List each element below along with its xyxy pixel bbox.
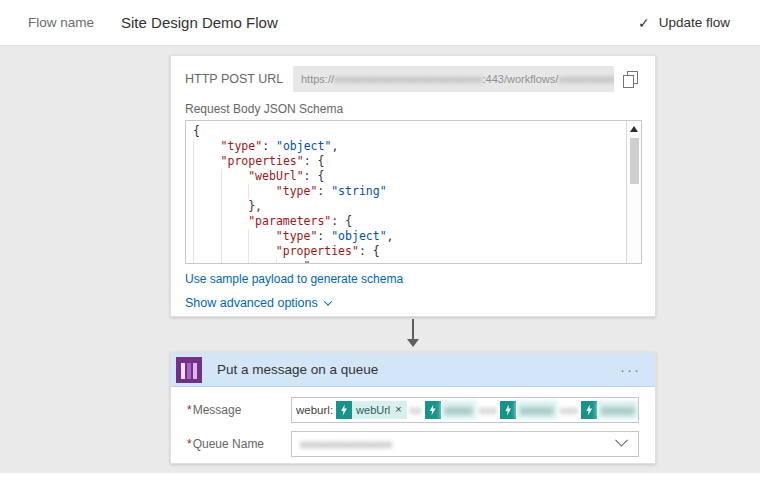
copy-url-button[interactable]	[618, 66, 642, 92]
scrollbar-thumb[interactable]	[630, 138, 639, 184]
dynamic-content-token[interactable]: webUrl×	[336, 401, 407, 419]
code-line: "type": "object",	[193, 229, 626, 244]
token-lightning-icon	[336, 401, 352, 419]
azure-queues-icon	[176, 357, 202, 383]
queue-name-value: xxxxxxxxxxxxxxxx	[300, 438, 392, 450]
code-line: "	[193, 259, 626, 263]
queue-card-header[interactable]: Put a message on a queue ···	[171, 353, 655, 387]
code-line: "parameters": {	[193, 214, 626, 229]
queue-name-label: *Queue Name	[187, 437, 291, 451]
code-line: "properties": {	[193, 154, 626, 169]
code-line: {	[193, 124, 626, 139]
url-text-segment: https://	[301, 73, 334, 85]
flow-name-label: Flow name	[28, 15, 94, 30]
editor-scrollbar[interactable]	[626, 121, 641, 263]
flow-title: Site Design Demo Flow	[121, 14, 278, 31]
redacted-text: xxx	[479, 404, 497, 416]
connector-arrow-line	[412, 319, 414, 339]
show-advanced-options-label: Show advanced options	[185, 296, 318, 310]
http-post-url-label: HTTP POST URL	[185, 72, 293, 86]
message-text: weburl:	[296, 404, 333, 416]
token-label: xxxxxx	[597, 401, 638, 419]
url-redacted-segment: xxxxxxxxxxxx	[558, 73, 614, 85]
connector-arrow-head-icon	[407, 339, 419, 347]
flow-designer: Flow name Site Design Demo Flow ✓ Update…	[0, 0, 760, 484]
update-flow-button[interactable]: ✓ Update flow	[638, 15, 730, 31]
copy-icon	[623, 71, 637, 87]
required-marker: *	[187, 437, 192, 451]
http-post-url-value[interactable]: https://xxxxxxxxxxxxxxxxxxxxxxxxxxx:443/…	[293, 66, 614, 92]
code-line: },	[193, 199, 626, 214]
token-close-icon[interactable]: ×	[394, 401, 406, 419]
token-label: webUrl	[352, 401, 394, 419]
message-row: *Message weburl:webUrl×xxxxxxxxxxxxxxxxx…	[187, 397, 639, 423]
url-text-segment: :443/workflows/	[483, 73, 559, 85]
top-bar: Flow name Site Design Demo Flow ✓ Update…	[0, 0, 760, 46]
redacted-text: xx	[410, 404, 422, 416]
message-input[interactable]: weburl:webUrl×xxxxxxxxxxxxxxxxxxxxxxxxx	[291, 397, 639, 423]
code-line: "webUrl": {	[193, 169, 626, 184]
token-lightning-icon	[581, 401, 597, 419]
json-schema-code[interactable]: {"type": "object","properties": {"webUrl…	[186, 121, 626, 263]
check-icon: ✓	[638, 15, 650, 31]
chevron-down-icon	[323, 297, 331, 305]
json-schema-label: Request Body JSON Schema	[185, 102, 343, 116]
scroll-up-icon[interactable]	[630, 126, 638, 132]
queue-action-card: Put a message on a queue ··· *Message we…	[170, 352, 656, 464]
dynamic-content-token[interactable]: xxxxx	[425, 401, 477, 419]
token-label: xxxxxx	[516, 401, 557, 419]
required-marker: *	[187, 403, 192, 417]
http-trigger-card: HTTP POST URL https://xxxxxxxxxxxxxxxxxx…	[170, 55, 656, 317]
token-lightning-icon	[500, 401, 516, 419]
queue-card-title: Put a message on a queue	[217, 362, 378, 377]
sample-payload-link[interactable]: Use sample payload to generate schema	[185, 272, 403, 286]
code-line: "type": "object",	[193, 139, 626, 154]
card-menu-ellipsis-icon[interactable]: ···	[620, 361, 641, 378]
http-post-url-row: HTTP POST URL https://xxxxxxxxxxxxxxxxxx…	[185, 66, 642, 92]
json-schema-editor[interactable]: {"type": "object","properties": {"webUrl…	[185, 120, 642, 264]
token-label: xxxxx	[441, 401, 477, 419]
queue-name-dropdown[interactable]: xxxxxxxxxxxxxxxx	[291, 431, 639, 457]
dropdown-chevron-icon[interactable]	[615, 433, 628, 446]
dynamic-content-token[interactable]: xxxxxx	[500, 401, 557, 419]
queue-name-row: *Queue Name xxxxxxxxxxxxxxxx	[187, 431, 639, 457]
show-advanced-options-toggle[interactable]: Show advanced options	[185, 296, 331, 310]
token-lightning-icon	[425, 401, 441, 419]
update-flow-label: Update flow	[659, 15, 730, 30]
dynamic-content-token[interactable]: xxxxxx	[581, 401, 638, 419]
code-line: "properties": {	[193, 244, 626, 259]
redacted-text: xxx	[560, 404, 578, 416]
message-label: *Message	[187, 403, 291, 417]
designer-canvas: HTTP POST URL https://xxxxxxxxxxxxxxxxxx…	[0, 46, 760, 473]
url-redacted-segment: xxxxxxxxxxxxxxxxxxxxxxxxxxx	[334, 73, 483, 85]
code-line: "type": "string"	[193, 184, 626, 199]
